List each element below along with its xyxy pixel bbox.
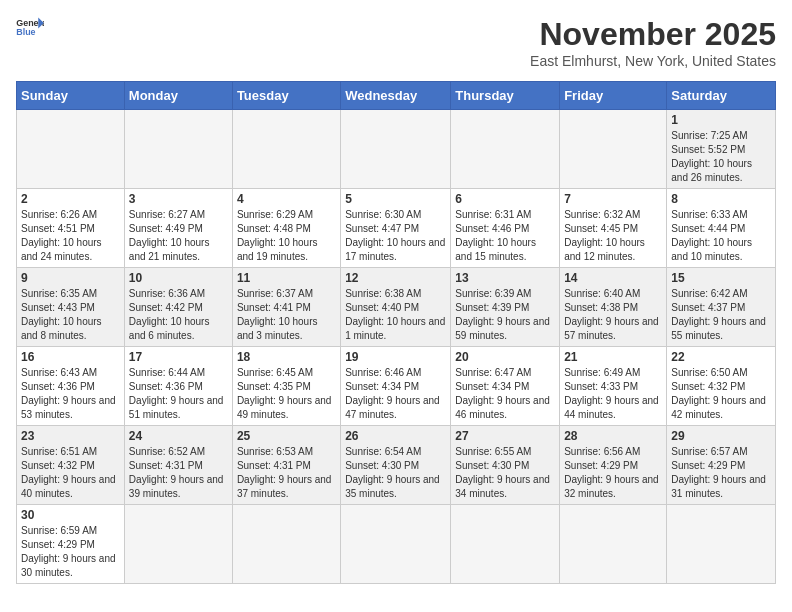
calendar-day-cell: 17Sunrise: 6:44 AM Sunset: 4:36 PM Dayli… — [124, 347, 232, 426]
day-info: Sunrise: 6:54 AM Sunset: 4:30 PM Dayligh… — [345, 445, 446, 501]
day-number: 27 — [455, 429, 555, 443]
calendar-week-row: 23Sunrise: 6:51 AM Sunset: 4:32 PM Dayli… — [17, 426, 776, 505]
location: East Elmhurst, New York, United States — [530, 53, 776, 69]
day-info: Sunrise: 6:55 AM Sunset: 4:30 PM Dayligh… — [455, 445, 555, 501]
day-info: Sunrise: 6:53 AM Sunset: 4:31 PM Dayligh… — [237, 445, 336, 501]
logo: General Blue — [16, 16, 44, 38]
day-number: 4 — [237, 192, 336, 206]
day-info: Sunrise: 6:27 AM Sunset: 4:49 PM Dayligh… — [129, 208, 228, 264]
weekday-header-tuesday: Tuesday — [232, 82, 340, 110]
calendar-day-cell: 13Sunrise: 6:39 AM Sunset: 4:39 PM Dayli… — [451, 268, 560, 347]
calendar-week-row: 1Sunrise: 7:25 AM Sunset: 5:52 PM Daylig… — [17, 110, 776, 189]
day-number: 23 — [21, 429, 120, 443]
calendar-day-cell: 5Sunrise: 6:30 AM Sunset: 4:47 PM Daylig… — [341, 189, 451, 268]
calendar-day-cell: 22Sunrise: 6:50 AM Sunset: 4:32 PM Dayli… — [667, 347, 776, 426]
calendar-day-cell — [341, 505, 451, 584]
day-info: Sunrise: 6:39 AM Sunset: 4:39 PM Dayligh… — [455, 287, 555, 343]
calendar-table: SundayMondayTuesdayWednesdayThursdayFrid… — [16, 81, 776, 584]
day-info: Sunrise: 6:32 AM Sunset: 4:45 PM Dayligh… — [564, 208, 662, 264]
day-number: 14 — [564, 271, 662, 285]
day-number: 29 — [671, 429, 771, 443]
calendar-day-cell: 30Sunrise: 6:59 AM Sunset: 4:29 PM Dayli… — [17, 505, 125, 584]
day-info: Sunrise: 6:59 AM Sunset: 4:29 PM Dayligh… — [21, 524, 120, 580]
day-info: Sunrise: 6:36 AM Sunset: 4:42 PM Dayligh… — [129, 287, 228, 343]
weekday-header-friday: Friday — [560, 82, 667, 110]
day-info: Sunrise: 6:33 AM Sunset: 4:44 PM Dayligh… — [671, 208, 771, 264]
calendar-day-cell — [560, 110, 667, 189]
day-number: 24 — [129, 429, 228, 443]
day-number: 1 — [671, 113, 771, 127]
calendar-day-cell: 28Sunrise: 6:56 AM Sunset: 4:29 PM Dayli… — [560, 426, 667, 505]
calendar-day-cell: 12Sunrise: 6:38 AM Sunset: 4:40 PM Dayli… — [341, 268, 451, 347]
calendar-day-cell — [232, 110, 340, 189]
calendar-day-cell — [124, 505, 232, 584]
calendar-day-cell: 15Sunrise: 6:42 AM Sunset: 4:37 PM Dayli… — [667, 268, 776, 347]
day-number: 3 — [129, 192, 228, 206]
day-number: 6 — [455, 192, 555, 206]
calendar-day-cell: 19Sunrise: 6:46 AM Sunset: 4:34 PM Dayli… — [341, 347, 451, 426]
generalblue-logo-icon: General Blue — [16, 16, 44, 38]
day-number: 17 — [129, 350, 228, 364]
day-number: 28 — [564, 429, 662, 443]
day-number: 2 — [21, 192, 120, 206]
day-info: Sunrise: 6:57 AM Sunset: 4:29 PM Dayligh… — [671, 445, 771, 501]
day-info: Sunrise: 6:45 AM Sunset: 4:35 PM Dayligh… — [237, 366, 336, 422]
day-info: Sunrise: 6:51 AM Sunset: 4:32 PM Dayligh… — [21, 445, 120, 501]
calendar-week-row: 9Sunrise: 6:35 AM Sunset: 4:43 PM Daylig… — [17, 268, 776, 347]
calendar-day-cell: 23Sunrise: 6:51 AM Sunset: 4:32 PM Dayli… — [17, 426, 125, 505]
calendar-day-cell: 9Sunrise: 6:35 AM Sunset: 4:43 PM Daylig… — [17, 268, 125, 347]
calendar-day-cell — [451, 505, 560, 584]
calendar-day-cell — [451, 110, 560, 189]
calendar-week-row: 2Sunrise: 6:26 AM Sunset: 4:51 PM Daylig… — [17, 189, 776, 268]
calendar-day-cell: 3Sunrise: 6:27 AM Sunset: 4:49 PM Daylig… — [124, 189, 232, 268]
calendar-day-cell: 8Sunrise: 6:33 AM Sunset: 4:44 PM Daylig… — [667, 189, 776, 268]
calendar-day-cell: 16Sunrise: 6:43 AM Sunset: 4:36 PM Dayli… — [17, 347, 125, 426]
day-number: 5 — [345, 192, 446, 206]
day-number: 10 — [129, 271, 228, 285]
day-number: 13 — [455, 271, 555, 285]
month-title: November 2025 — [530, 16, 776, 53]
day-info: Sunrise: 6:31 AM Sunset: 4:46 PM Dayligh… — [455, 208, 555, 264]
day-info: Sunrise: 6:26 AM Sunset: 4:51 PM Dayligh… — [21, 208, 120, 264]
day-info: Sunrise: 6:29 AM Sunset: 4:48 PM Dayligh… — [237, 208, 336, 264]
calendar-day-cell: 6Sunrise: 6:31 AM Sunset: 4:46 PM Daylig… — [451, 189, 560, 268]
weekday-header-thursday: Thursday — [451, 82, 560, 110]
calendar-day-cell: 18Sunrise: 6:45 AM Sunset: 4:35 PM Dayli… — [232, 347, 340, 426]
page-header: General Blue November 2025 East Elmhurst… — [16, 16, 776, 69]
calendar-week-row: 16Sunrise: 6:43 AM Sunset: 4:36 PM Dayli… — [17, 347, 776, 426]
day-info: Sunrise: 6:37 AM Sunset: 4:41 PM Dayligh… — [237, 287, 336, 343]
day-number: 25 — [237, 429, 336, 443]
calendar-day-cell: 25Sunrise: 6:53 AM Sunset: 4:31 PM Dayli… — [232, 426, 340, 505]
day-number: 16 — [21, 350, 120, 364]
weekday-header-monday: Monday — [124, 82, 232, 110]
calendar-day-cell: 11Sunrise: 6:37 AM Sunset: 4:41 PM Dayli… — [232, 268, 340, 347]
calendar-day-cell — [667, 505, 776, 584]
day-info: Sunrise: 6:43 AM Sunset: 4:36 PM Dayligh… — [21, 366, 120, 422]
day-info: Sunrise: 6:35 AM Sunset: 4:43 PM Dayligh… — [21, 287, 120, 343]
day-number: 30 — [21, 508, 120, 522]
day-info: Sunrise: 6:50 AM Sunset: 4:32 PM Dayligh… — [671, 366, 771, 422]
calendar-day-cell: 4Sunrise: 6:29 AM Sunset: 4:48 PM Daylig… — [232, 189, 340, 268]
calendar-day-cell: 1Sunrise: 7:25 AM Sunset: 5:52 PM Daylig… — [667, 110, 776, 189]
calendar-day-cell — [17, 110, 125, 189]
day-info: Sunrise: 6:44 AM Sunset: 4:36 PM Dayligh… — [129, 366, 228, 422]
calendar-day-cell: 14Sunrise: 6:40 AM Sunset: 4:38 PM Dayli… — [560, 268, 667, 347]
day-info: Sunrise: 6:56 AM Sunset: 4:29 PM Dayligh… — [564, 445, 662, 501]
weekday-header-saturday: Saturday — [667, 82, 776, 110]
day-info: Sunrise: 7:25 AM Sunset: 5:52 PM Dayligh… — [671, 129, 771, 185]
day-number: 11 — [237, 271, 336, 285]
calendar-day-cell: 24Sunrise: 6:52 AM Sunset: 4:31 PM Dayli… — [124, 426, 232, 505]
day-info: Sunrise: 6:46 AM Sunset: 4:34 PM Dayligh… — [345, 366, 446, 422]
weekday-header-wednesday: Wednesday — [341, 82, 451, 110]
day-number: 26 — [345, 429, 446, 443]
title-section: November 2025 East Elmhurst, New York, U… — [530, 16, 776, 69]
day-number: 19 — [345, 350, 446, 364]
day-number: 18 — [237, 350, 336, 364]
day-info: Sunrise: 6:47 AM Sunset: 4:34 PM Dayligh… — [455, 366, 555, 422]
calendar-day-cell: 29Sunrise: 6:57 AM Sunset: 4:29 PM Dayli… — [667, 426, 776, 505]
day-number: 22 — [671, 350, 771, 364]
calendar-day-cell — [560, 505, 667, 584]
day-info: Sunrise: 6:30 AM Sunset: 4:47 PM Dayligh… — [345, 208, 446, 264]
calendar-day-cell: 20Sunrise: 6:47 AM Sunset: 4:34 PM Dayli… — [451, 347, 560, 426]
day-info: Sunrise: 6:42 AM Sunset: 4:37 PM Dayligh… — [671, 287, 771, 343]
